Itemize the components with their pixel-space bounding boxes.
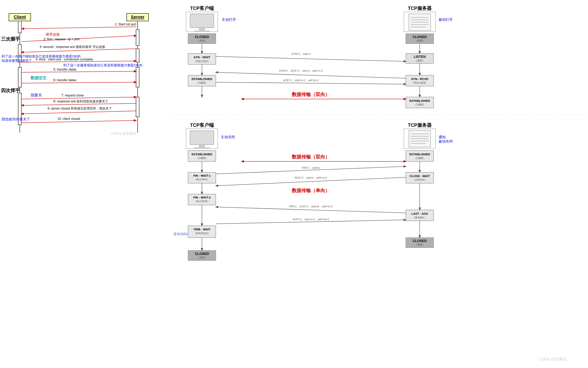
svg-text:（已建链）: （已建链） bbox=[414, 103, 426, 106]
left-sequence-diagram: Client Server 1: Start i bbox=[0, 0, 172, 368]
svg-text:TCP客户端: TCP客户端 bbox=[190, 122, 214, 128]
svg-line-26 bbox=[21, 71, 136, 72]
svg-text:FIN - WAIT-1: FIN - WAIT-1 bbox=[193, 174, 211, 177]
svg-text:SYN - SENT: SYN - SENT bbox=[194, 55, 210, 59]
svg-text:8: response ack  收到消息知道你要关了: 8: response ack 收到消息知道你要关了 bbox=[54, 100, 108, 103]
svg-text:FIN=1，seq=u: FIN=1，seq=u bbox=[302, 166, 320, 169]
svg-text:主动关闭: 主动关闭 bbox=[221, 135, 235, 139]
svg-text:被动关闭: 被动关闭 bbox=[439, 139, 453, 143]
svg-text:10: client closed: 10: client closed bbox=[57, 117, 80, 120]
svg-rect-66 bbox=[188, 54, 216, 64]
svg-text:FIN - WAIT-2: FIN - WAIT-2 bbox=[193, 196, 211, 199]
svg-text:（关闭等待）: （关闭等待） bbox=[413, 178, 427, 181]
svg-rect-74 bbox=[406, 75, 434, 86]
svg-line-23 bbox=[21, 61, 136, 62]
svg-rect-110 bbox=[188, 150, 216, 161]
tcp-server-title-top: TCP服务器 bbox=[408, 6, 432, 11]
svg-text:3: second : response ack  接收到请: 3: second : response ack 接收到请求 可以连接 bbox=[40, 45, 105, 48]
svg-text:ACK=1，seq=v，ack=u+1: ACK=1，seq=v，ack=u+1 bbox=[294, 176, 327, 179]
svg-text:SYN - RCVD: SYN - RCVD bbox=[411, 77, 428, 81]
svg-text:7: request close: 7: request close bbox=[61, 94, 84, 97]
passive-open-label-top: 被动打开 bbox=[439, 18, 453, 22]
svg-rect-98 bbox=[199, 145, 205, 147]
svg-text:（关闭）: （关闭） bbox=[197, 39, 207, 42]
svg-line-77 bbox=[216, 72, 406, 78]
svg-text:（终止等待1）: （终止等待1） bbox=[194, 178, 210, 181]
svg-text:（监听）: （监听） bbox=[415, 59, 425, 62]
svg-text:我也收到你要关了: 我也收到你要关了 bbox=[2, 117, 30, 121]
svg-text:四次挥手: 四次挥手 bbox=[1, 88, 20, 93]
svg-text:CLOSE - WAIT: CLOSE - WAIT bbox=[410, 174, 430, 178]
svg-line-82 bbox=[216, 82, 406, 84]
svg-text:ESTABLISHED: ESTABLISHED bbox=[192, 153, 212, 156]
svg-text:FIN=1，ACK=1，seq=w，ack=u+1: FIN=1，ACK=1，seq=w，ack=u+1 bbox=[289, 205, 333, 208]
svg-text:ACK=1，seq=u+1，ack=w+1: ACK=1，seq=u+1，ack=w+1 bbox=[292, 218, 329, 221]
svg-rect-79 bbox=[188, 75, 216, 86]
svg-line-14 bbox=[22, 27, 136, 29]
svg-rect-6 bbox=[136, 30, 139, 46]
svg-text:数据传输（双向）: 数据传输（双向） bbox=[292, 154, 330, 159]
svg-rect-97 bbox=[190, 131, 214, 145]
svg-rect-45 bbox=[190, 14, 214, 28]
svg-line-70 bbox=[216, 56, 406, 61]
svg-text:ESTABLISHED: ESTABLISHED bbox=[192, 77, 212, 81]
svg-text:（同步已接受）: （同步已接受） bbox=[411, 81, 428, 84]
svg-text:（关闭）: （关闭） bbox=[197, 256, 207, 259]
svg-rect-47 bbox=[194, 30, 210, 32]
server-label: Server bbox=[131, 14, 145, 19]
svg-text:LAST - ACK: LAST - ACK bbox=[411, 212, 428, 215]
svg-text:（已建链）: （已建链） bbox=[196, 157, 208, 159]
svg-text:ESTABLISHED: ESTABLISHED bbox=[409, 153, 430, 156]
svg-line-33 bbox=[21, 97, 136, 99]
svg-text:三次握手: 三次握手 bbox=[1, 36, 20, 42]
svg-rect-4 bbox=[18, 21, 21, 33]
svg-text:CLOSED: CLOSED bbox=[413, 239, 427, 243]
svg-line-37 bbox=[21, 111, 136, 114]
svg-text:ESTABLISHED: ESTABLISHED bbox=[409, 99, 430, 102]
svg-text:数据交互: 数据交互 bbox=[30, 76, 47, 80]
svg-text:1: Start init port: 1: Start init port bbox=[115, 23, 136, 26]
svg-text:（终止等待2）: （终止等待2） bbox=[194, 200, 210, 202]
svg-text:通知: 通知 bbox=[439, 135, 446, 139]
svg-text:我要关: 我要关 bbox=[31, 93, 42, 97]
svg-text:（已建链）: （已建链） bbox=[414, 157, 426, 159]
svg-text:9: server closed  所有报文处理完毕，我也关: 9: server closed 所有报文处理完毕，我也关了 bbox=[47, 107, 112, 110]
svg-rect-8 bbox=[18, 67, 21, 87]
svg-text:（时间等待态）: （时间等待态） bbox=[194, 232, 210, 235]
svg-text:（关闭）: （关闭） bbox=[415, 243, 425, 246]
svg-text:5: transfer datas: 5: transfer datas bbox=[54, 68, 76, 71]
svg-rect-125 bbox=[406, 172, 434, 183]
right-svg: TCP客户端 TCP服务器 主动打开 被动打开 CLOSED （关闭） CLOS… bbox=[172, 0, 588, 368]
client-label: Client bbox=[14, 14, 26, 19]
svg-text:数据传输（单向）: 数据传输（单向） bbox=[292, 188, 330, 193]
svg-rect-113 bbox=[406, 150, 434, 161]
svg-text:2: first : request - ip + port: 2: first : request - ip + port bbox=[44, 37, 80, 41]
svg-text:CLOSED: CLOSED bbox=[195, 252, 209, 256]
svg-rect-85 bbox=[406, 97, 434, 108]
svg-text:（最后确认）: （最后确认） bbox=[413, 216, 427, 219]
active-open-label-top: 主动打开 bbox=[222, 18, 236, 22]
svg-text:（同步已发送）: （同步已发送） bbox=[194, 60, 210, 63]
svg-text:（已建链）: （已建链） bbox=[196, 81, 208, 84]
right-state-diagram: TCP客户端 TCP服务器 主动打开 被动打开 CLOSED （关闭） CLOS… bbox=[172, 0, 588, 368]
svg-text:（关闭）: （关闭） bbox=[415, 39, 425, 42]
svg-rect-46 bbox=[199, 28, 205, 30]
svg-line-29 bbox=[21, 82, 136, 83]
left-svg-overlay: Client Server 1: Start i bbox=[0, 10, 172, 141]
svg-line-35 bbox=[21, 103, 136, 105]
svg-rect-9 bbox=[136, 67, 139, 87]
svg-text:TIME - WAIT: TIME - WAIT bbox=[193, 228, 211, 231]
svg-rect-7 bbox=[136, 49, 139, 62]
svg-text:6: transfer datas: 6: transfer datas bbox=[54, 78, 76, 82]
svg-line-19 bbox=[21, 49, 136, 52]
svg-text:4: third : client ack . connec: 4: third : client ack . connection compl… bbox=[36, 58, 93, 61]
svg-text:LISTEN: LISTEN bbox=[414, 55, 426, 59]
svg-text:ACK=1，seq=x+1，ack=y+1: ACK=1，seq=x+1，ack=y+1 bbox=[283, 79, 318, 82]
svg-text:数据传输（双向）: 数据传输（双向） bbox=[292, 92, 330, 97]
svg-text:请求连接: 请求连接 bbox=[45, 32, 60, 37]
svg-text:SYN=1，ACK=1，seq=y，ack=x+1: SYN=1，ACK=1，seq=y，ack=x+1 bbox=[279, 69, 323, 72]
svg-text:CLOSED: CLOSED bbox=[195, 35, 209, 39]
svg-text:等待2MSL: 等待2MSL bbox=[173, 232, 190, 236]
svg-text:SYN=1，seq=x: SYN=1，seq=x bbox=[291, 52, 311, 55]
svg-text:CSDN @张紫娃: CSDN @张紫娃 bbox=[539, 357, 567, 361]
